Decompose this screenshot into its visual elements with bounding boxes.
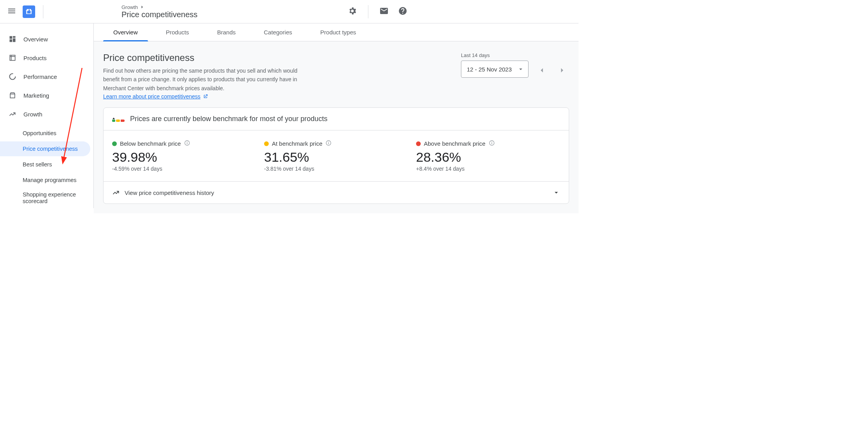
- sidebar-sub-best-sellers[interactable]: Best sellers: [0, 157, 90, 172]
- sidebar-item-label: Opportunities: [23, 130, 56, 136]
- view-history-label: View price competitiveness history: [125, 189, 214, 196]
- sidebar-sub-price-competitiveness[interactable]: Price competitiveness: [0, 141, 90, 156]
- sidebar-sub-opportunities[interactable]: Opportunities: [0, 126, 90, 141]
- tab-overview[interactable]: Overview: [103, 23, 148, 41]
- sidebar-item-label: Manage programmes: [23, 177, 77, 183]
- metric-value: 39.98%: [112, 150, 256, 165]
- breadcrumb-parent[interactable]: Growth: [121, 4, 138, 10]
- external-link-icon: [203, 94, 208, 99]
- sidebar-item-growth[interactable]: Growth: [0, 105, 93, 123]
- learn-more-link[interactable]: Learn more about price competitiveness: [103, 93, 208, 100]
- svg-point-0: [10, 74, 16, 80]
- sidebar-item-label: Shopping experience scorecard: [23, 191, 90, 205]
- info-icon[interactable]: [184, 140, 190, 147]
- tab-products[interactable]: Products: [156, 23, 199, 41]
- date-range-value: 12 - 25 Nov 2023: [467, 66, 512, 73]
- sidebar-sub-shopping-scorecard[interactable]: Shopping experience scorecard: [0, 188, 90, 208]
- divider: [368, 5, 368, 18]
- info-icon[interactable]: [489, 140, 495, 147]
- chevron-down-icon: [552, 189, 560, 196]
- metric-delta: -3.81% over 14 days: [264, 166, 408, 172]
- metric-delta: -4.59% over 14 days: [112, 166, 256, 172]
- sidebar-item-overview[interactable]: Overview: [0, 30, 93, 48]
- mail-icon[interactable]: [379, 6, 389, 17]
- content-tabs: Overview Products Brands Categories Prod…: [94, 23, 579, 41]
- menu-icon[interactable]: [7, 6, 16, 17]
- trend-icon: [112, 189, 120, 196]
- breadcrumb: Growth Price competitiveness: [121, 4, 198, 19]
- merchant-center-logo[interactable]: [23, 5, 35, 18]
- help-icon[interactable]: [398, 6, 407, 17]
- metric-below-benchmark: Below benchmark price 39.98% -4.59% over…: [112, 140, 256, 172]
- gear-icon[interactable]: [348, 6, 357, 17]
- date-prev-button[interactable]: [535, 62, 549, 79]
- metric-label: At benchmark price: [272, 140, 322, 147]
- divider: [43, 5, 43, 18]
- tab-brands[interactable]: Brands: [207, 23, 246, 41]
- page-title: Price competitiveness: [103, 52, 306, 63]
- sidebar-sub-manage-programmes[interactable]: Manage programmes: [0, 173, 90, 187]
- metric-label: Above benchmark price: [424, 140, 486, 147]
- date-range-select[interactable]: 12 - 25 Nov 2023: [461, 61, 529, 78]
- metric-above-benchmark: Above benchmark price 28.36% +8.4% over …: [416, 140, 560, 172]
- sidebar-item-marketing[interactable]: Marketing: [0, 86, 93, 105]
- sidebar-item-label: Marketing: [23, 92, 49, 99]
- sidebar-item-label: Best sellers: [23, 161, 52, 168]
- view-history-toggle[interactable]: View price competitiveness history: [104, 181, 569, 204]
- sidebar-item-label: Price competitiveness: [23, 146, 78, 152]
- metric-at-benchmark: At benchmark price 31.65% -3.81% over 14…: [264, 140, 408, 172]
- learn-more-label: Learn more about price competitiveness: [103, 93, 200, 100]
- sidebar-item-performance[interactable]: Performance: [0, 67, 93, 86]
- sidebar-item-products[interactable]: Products: [0, 48, 93, 67]
- date-next-button[interactable]: [555, 62, 569, 79]
- sidebar-item-label: Performance: [23, 73, 57, 80]
- metric-label: Below benchmark price: [120, 140, 181, 147]
- status-dot-yellow: [264, 141, 269, 146]
- sidebar-item-label: Overview: [23, 36, 48, 43]
- metric-delta: +8.4% over 14 days: [416, 166, 560, 172]
- dropdown-triangle-icon: [517, 66, 524, 73]
- metric-value: 31.65%: [264, 150, 408, 165]
- benchmark-card: Prices are currently below benchmark for…: [103, 107, 569, 204]
- tab-product-types[interactable]: Product types: [310, 23, 366, 41]
- sidebar-item-label: Products: [23, 55, 46, 61]
- tab-categories[interactable]: Categories: [254, 23, 302, 41]
- sidebar-item-label: Growth: [23, 111, 42, 118]
- page-description: Find out how others are pricing the same…: [103, 66, 306, 93]
- benchmark-headline: Prices are currently below benchmark for…: [130, 115, 327, 123]
- chevron-right-icon: [139, 4, 145, 10]
- info-icon[interactable]: [325, 140, 332, 147]
- date-range-label: Last 14 days: [461, 52, 529, 58]
- status-dot-green: [112, 141, 117, 146]
- metric-value: 28.36%: [416, 150, 560, 165]
- page-header-title: Price competitiveness: [121, 10, 198, 19]
- status-dot-red: [416, 141, 421, 146]
- benchmark-indicator-icon: [112, 116, 125, 122]
- sidebar: Overview Products Performance Marketing …: [0, 23, 94, 208]
